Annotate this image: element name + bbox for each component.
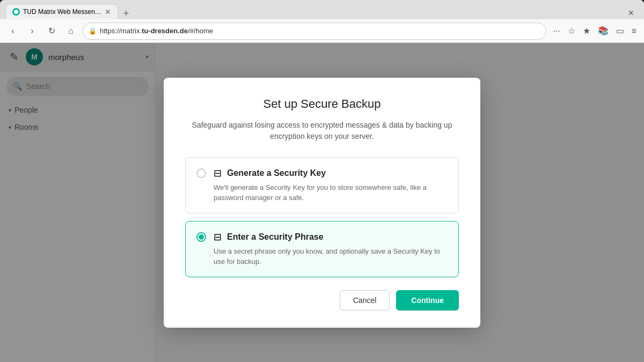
sidebar-toggle-button[interactable]: ▭ xyxy=(614,24,626,38)
svg-point-0 xyxy=(14,10,18,14)
back-button[interactable]: ‹ xyxy=(5,24,20,39)
active-tab[interactable]: TUD Matrix Web Messen… ✕ xyxy=(5,4,118,19)
security-key-icon: ⊟ xyxy=(214,167,222,179)
star-button[interactable]: ★ xyxy=(581,24,592,38)
security-icon: 🔒 xyxy=(89,27,97,35)
pocket-button[interactable]: ☆ xyxy=(566,24,577,38)
tab-close-button[interactable]: ✕ xyxy=(105,8,111,16)
continue-button[interactable]: Continue xyxy=(396,290,459,311)
security-phrase-icon: ⊟ xyxy=(214,231,222,243)
home-button[interactable]: ⌂ xyxy=(63,24,78,39)
security-phrase-title: Enter a Security Phrase xyxy=(227,232,324,242)
tab-bar: TUD Matrix Web Messen… ✕ + ✕ xyxy=(0,0,644,19)
modal-actions: Cancel Continue xyxy=(185,290,459,311)
modal-description: Safeguard against losing access to encry… xyxy=(185,120,459,142)
security-phrase-radio[interactable] xyxy=(196,232,206,242)
security-phrase-description: Use a secret phrase only you know, and o… xyxy=(214,246,448,267)
security-phrase-option[interactable]: ⊟ Enter a Security Phrase Use a secret p… xyxy=(185,221,459,277)
forward-button[interactable]: › xyxy=(25,24,40,39)
address-bar[interactable]: 🔒 https://matrix.tu-dresden.de/#/home xyxy=(83,23,546,40)
menu-button[interactable]: ≡ xyxy=(630,24,639,38)
url-display: https://matrix.tu-dresden.de/#/home xyxy=(100,27,213,35)
new-tab-button[interactable]: + xyxy=(120,8,133,19)
modal-overlay: Set up Secure Backup Safeguard against l… xyxy=(0,43,644,362)
library-button[interactable]: 📚 xyxy=(596,24,611,38)
app-area: ✎ M morpheus ▾ 🔍 Search ▾ People ▾ xyxy=(0,43,644,362)
generate-key-option[interactable]: ⊟ Generate a Security Key We'll generate… xyxy=(185,157,459,213)
tab-title: TUD Matrix Web Messen… xyxy=(23,8,101,16)
more-options-button[interactable]: ··· xyxy=(551,24,562,38)
tab-favicon xyxy=(12,8,20,16)
generate-key-description: We'll generate a Security Key for you to… xyxy=(214,182,448,203)
navigation-bar: ‹ › ↻ ⌂ 🔒 https://matrix.tu-dresden.de/#… xyxy=(0,19,644,43)
generate-key-title: Generate a Security Key xyxy=(227,168,326,178)
generate-key-radio[interactable] xyxy=(196,168,206,178)
window-close-button[interactable]: ✕ xyxy=(624,6,639,19)
secure-backup-modal: Set up Secure Backup Safeguard against l… xyxy=(164,78,480,328)
cancel-button[interactable]: Cancel xyxy=(340,290,390,311)
modal-title: Set up Secure Backup xyxy=(185,97,459,111)
reload-button[interactable]: ↻ xyxy=(44,24,59,39)
